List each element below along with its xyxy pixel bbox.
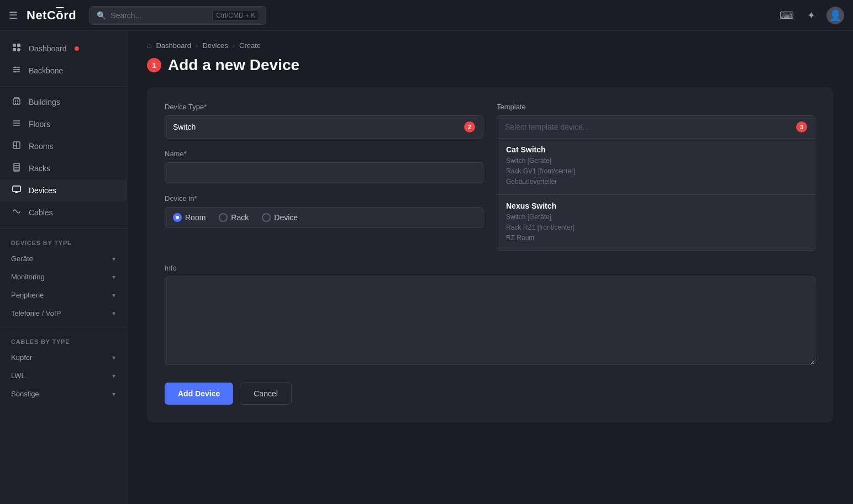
sidebar-item-label: Racks [29,164,50,173]
step-badge: 1 [147,58,161,72]
devices-by-type-title: DEVICES BY TYPE [0,233,127,250]
template-item-cat-switch[interactable]: Cat Switch Switch [Geräte] Rack GV1 [fro… [497,139,815,195]
sidebar-nav: Dashboard Backbone Buildings [0,31,127,410]
sidebar-divider-1 [0,86,127,87]
form-right: Template Select template device... 3 Cat… [497,103,815,262]
radio-rack[interactable]: Rack [219,213,249,222]
device-in-radio-group: Room Rack Device [165,207,483,228]
sidebar: Dashboard Backbone Buildings [0,31,127,504]
sidebar-item-telefonie[interactable]: Telefonie / VoIP ▾ [0,304,127,322]
breadcrumb-devices[interactable]: Devices [202,41,228,50]
terminal-icon-button[interactable]: ⌨ [777,7,796,24]
sidebar-item-racks[interactable]: Racks [0,157,127,179]
svg-point-0 [13,44,16,47]
sidebar-item-sonstige[interactable]: Sonstige ▾ [0,385,127,403]
page-title: Add a new Device [168,56,299,74]
svg-point-9 [14,71,16,73]
template-item-nexus-switch[interactable]: Nexus Switch Switch [Geräte] Rack RZ1 [f… [497,195,815,251]
chevron-down-icon: ▾ [112,354,115,362]
radio-rack-input[interactable] [219,213,228,222]
form-actions: Add Device Cancel [165,383,815,405]
sonstige-label: Sonstige [11,390,108,398]
page-title-area: 1 Add a new Device [127,50,853,87]
radio-device-input[interactable] [262,213,271,222]
search-shortcut: Ctrl/CMD + K [212,10,259,21]
lwl-label: LWL [11,372,108,380]
cables-icon [11,207,22,218]
radio-room-input[interactable] [173,213,182,222]
breadcrumb-create: Create [239,41,261,50]
device-type-field[interactable]: Switch 2 [165,115,483,139]
template-dropdown: Cat Switch Switch [Geräte] Rack GV1 [fro… [497,139,815,251]
template-item-name: Cat Switch [506,145,806,154]
form-card: Device Type* Switch 2 Name* Device in* [147,87,833,422]
radio-device[interactable]: Device [262,213,298,222]
sidebar-item-monitoring[interactable]: Monitoring ▾ [0,268,127,286]
sidebar-item-peripherie[interactable]: Peripherie ▾ [0,286,127,304]
sidebar-item-cables[interactable]: Cables [0,201,127,224]
svg-rect-2 [13,48,16,51]
radio-room[interactable]: Room [173,213,206,222]
sidebar-item-backbone[interactable]: Backbone [0,60,127,82]
device-type-badge: 2 [464,121,475,132]
settings-icon-button[interactable]: ✦ [805,7,818,24]
svg-point-8 [18,69,19,71]
template-item-name: Nexus Switch [506,201,806,210]
device-in-label: Device in* [165,194,483,203]
sidebar-item-label: Devices [29,186,56,195]
monitoring-label: Monitoring [11,273,108,281]
search-input[interactable] [110,11,208,20]
floors-icon [11,119,22,130]
sidebar-item-label: Cables [29,208,53,217]
svg-rect-13 [15,103,16,104]
form-grid: Device Type* Switch 2 Name* Device in* [165,103,815,262]
breadcrumb: ⌂ Dashboard › Devices › Create [127,31,853,50]
search-bar: 🔍 Ctrl/CMD + K [89,6,266,25]
add-device-button[interactable]: Add Device [165,383,233,405]
sidebar-item-geraete[interactable]: Geräte ▾ [0,250,127,268]
telefonie-label: Telefonie / VoIP [11,309,108,317]
svg-rect-10 [13,99,20,104]
template-placeholder: Select template device... [505,123,792,131]
template-label: Template [497,103,815,111]
sidebar-item-kupfer[interactable]: Kupfer ▾ [0,348,127,367]
peripherie-label: Peripherie [11,291,108,299]
cancel-button[interactable]: Cancel [240,383,292,405]
breadcrumb-dashboard[interactable]: Dashboard [156,41,191,50]
template-item-meta: Switch [Geräte] Rack RZ1 [front/center] … [506,212,806,244]
avatar[interactable]: 👤 [826,7,844,24]
content-area: ⌂ Dashboard › Devices › Create 1 Add a n… [127,31,853,504]
buildings-icon [11,97,22,108]
sidebar-item-floors[interactable]: Floors [0,113,127,135]
sidebar-item-label: Dashboard [29,44,67,53]
racks-icon [11,163,22,174]
form-left: Device Type* Switch 2 Name* Device in* [165,103,483,239]
chevron-down-icon: ▾ [112,372,115,380]
name-group: Name* [165,150,483,183]
sidebar-item-buildings[interactable]: Buildings [0,91,127,113]
sidebar-item-label: Backbone [29,66,63,75]
template-select-field[interactable]: Select template device... 3 [497,115,815,139]
radio-room-label: Room [185,213,206,222]
cables-by-type-title: CABLES BY TYPE [0,332,127,348]
name-input[interactable] [165,162,483,183]
sidebar-item-devices[interactable]: Devices [0,179,127,201]
sidebar-item-rooms[interactable]: Rooms [0,135,127,157]
device-type-label: Device Type* [165,103,483,111]
sidebar-item-lwl[interactable]: LWL ▾ [0,367,127,385]
hamburger-icon[interactable]: ☰ [9,9,18,22]
devices-icon [11,185,22,196]
device-type-group: Device Type* Switch 2 [165,103,483,139]
sidebar-divider-3 [0,327,127,327]
dashboard-icon [11,43,22,54]
template-group: Template Select template device... 3 Cat… [497,103,815,251]
sidebar-item-dashboard[interactable]: Dashboard [0,38,127,60]
svg-rect-1 [17,44,20,47]
breadcrumb-sep-2: › [233,41,235,50]
radio-device-label: Device [274,213,298,222]
sidebar-item-label: Rooms [29,142,53,151]
kupfer-label: Kupfer [11,353,108,362]
chevron-down-icon: ▾ [112,291,115,299]
svg-rect-25 [13,186,20,192]
info-textarea[interactable] [165,277,815,365]
